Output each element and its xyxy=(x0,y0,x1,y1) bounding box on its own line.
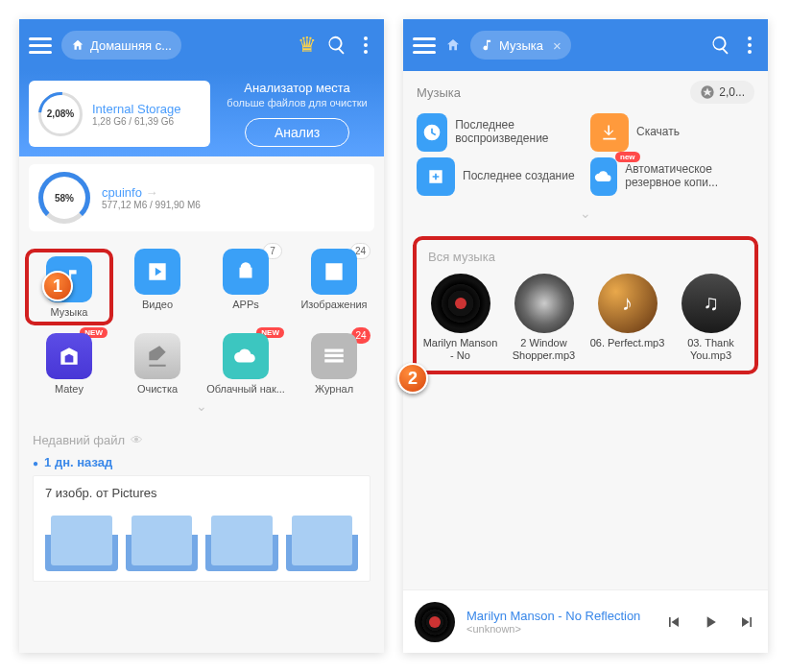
log-icon xyxy=(311,333,357,379)
more-icon[interactable] xyxy=(357,36,374,54)
tab-home[interactable]: Домашняя с... xyxy=(61,31,181,60)
music-note-icon xyxy=(480,38,493,52)
tab-home-label: Домашняя с... xyxy=(90,38,172,53)
image-icon xyxy=(311,249,357,295)
top-bar: Музыка × xyxy=(403,19,768,71)
storage-analysis-panel: 2,08% Internal Storage 1,28 G6 / 61,39 G… xyxy=(19,71,384,156)
sub-label: Музыка xyxy=(417,85,461,100)
search-icon[interactable] xyxy=(326,35,347,56)
tab-music-label: Музыка xyxy=(499,38,543,53)
search-icon[interactable] xyxy=(710,35,731,56)
category-video[interactable]: Видео xyxy=(113,249,202,325)
quick-recent-play[interactable]: Последнее воспроизведение xyxy=(417,113,581,152)
mini-player: Marilyn Manson - No Reflection <unknown> xyxy=(403,589,768,653)
add-icon xyxy=(417,157,455,196)
expand-chevron[interactable]: ⌄ xyxy=(19,398,384,420)
quick-download[interactable]: Скачать xyxy=(590,113,754,152)
recent-time: 1 дн. назад xyxy=(19,455,384,475)
menu-icon[interactable] xyxy=(413,37,436,54)
storage-ring: 2,08% xyxy=(38,92,83,136)
recent-card-title: 7 изобр. от Pictures xyxy=(45,486,358,500)
clock-icon xyxy=(417,113,447,152)
player-title: Marilyn Manson - No Reflection xyxy=(466,609,653,623)
video-icon xyxy=(134,249,180,295)
player-artist: <unknown> xyxy=(466,623,653,635)
android-icon xyxy=(223,249,269,295)
category-images[interactable]: 24 Изображения xyxy=(290,249,378,325)
analysis-heading: Анализатор места xyxy=(220,81,374,95)
sub-header: Музыка 2,0... xyxy=(403,71,768,113)
play-icon[interactable] xyxy=(701,612,720,632)
all-music-heading: Вся музыка xyxy=(420,248,751,274)
recent-thumbnails xyxy=(45,510,358,571)
recent-card[interactable]: 7 изобр. от Pictures xyxy=(33,475,371,582)
cpu-ring: 58% xyxy=(38,172,90,224)
player-info[interactable]: Marilyn Manson - No Reflection <unknown> xyxy=(466,609,653,635)
home-icon[interactable] xyxy=(445,37,461,53)
thumb[interactable] xyxy=(205,510,278,571)
cloud-icon xyxy=(223,333,269,379)
callout-1: 1 xyxy=(42,271,73,301)
track-item[interactable]: ♫ 03. Thank You.mp3 xyxy=(671,274,751,361)
more-icon[interactable] xyxy=(741,36,758,54)
cpu-usage: 577,12 М6 / 991,90 М6 xyxy=(102,200,201,210)
cpuinfo-card[interactable]: 58% cpuinfo → 577,12 М6 / 991,90 М6 xyxy=(29,164,374,231)
track-item[interactable]: Marilyn Manson - No xyxy=(420,274,500,361)
album-art: ♪ xyxy=(598,274,658,333)
top-bar: Домашняя с... ♛ xyxy=(19,19,384,71)
category-cloud[interactable]: NEW Облачный нак... xyxy=(202,333,290,395)
category-apps[interactable]: 7 APPs xyxy=(202,249,290,325)
callout-2: 2 xyxy=(397,363,428,394)
prev-icon[interactable] xyxy=(664,612,683,632)
category-matey[interactable]: NEW Matey xyxy=(25,333,113,395)
tab-music[interactable]: Музыка × xyxy=(470,31,571,60)
menu-icon[interactable] xyxy=(29,37,52,54)
recent-section-label: Недавний файл 👁 xyxy=(19,420,384,455)
player-art[interactable] xyxy=(415,602,455,642)
matey-icon xyxy=(46,333,92,379)
thumb[interactable] xyxy=(286,510,359,571)
analysis-sub: больше файлов для очистки xyxy=(220,97,374,108)
new-badge: new xyxy=(615,152,640,162)
home-icon xyxy=(71,38,84,52)
album-art: ♫ xyxy=(681,274,741,333)
premium-icon[interactable]: ♛ xyxy=(298,33,317,58)
category-log[interactable]: 24 Журнал xyxy=(290,333,378,395)
internal-storage-card[interactable]: 2,08% Internal Storage 1,28 G6 / 61,39 G… xyxy=(29,81,210,147)
thumb[interactable] xyxy=(126,510,199,571)
track-name: 2 Window Shopper.mp3 xyxy=(504,337,584,361)
next-icon[interactable] xyxy=(737,612,756,632)
storage-usage: 1,28 G6 / 61,39 G6 xyxy=(92,116,181,127)
analysis-button[interactable]: Анализ xyxy=(245,118,349,147)
download-icon xyxy=(590,113,629,152)
track-item[interactable]: ♪ 06. Perfect.mp3 xyxy=(587,274,667,361)
quick-backup[interactable]: new Автоматическое резервное копи... xyxy=(590,157,754,196)
cpu-name: cpuinfo → xyxy=(102,185,201,200)
all-music-section: Вся музыка Marilyn Manson - No 2 Window … xyxy=(413,236,758,374)
album-art xyxy=(431,274,490,333)
music-screen: Музыка × Музыка 2,0... Последнее воспрои… xyxy=(403,19,768,653)
analysis-block: Анализатор места больше файлов для очист… xyxy=(220,81,374,147)
track-item[interactable]: 2 Window Shopper.mp3 xyxy=(504,274,584,361)
brush-icon xyxy=(134,333,180,379)
quick-actions: Последнее воспроизведение Скачать Послед… xyxy=(403,113,768,205)
storage-name: Internal Storage xyxy=(92,102,181,116)
quick-recent-create[interactable]: Последнее создание xyxy=(417,157,581,196)
track-name: Marilyn Manson - No xyxy=(420,337,500,361)
size-pill[interactable]: 2,0... xyxy=(690,81,754,104)
category-clean[interactable]: Очистка xyxy=(113,333,202,395)
category-grid: Музыка Видео 7 APPs 24 Изображения NEW M… xyxy=(19,231,384,398)
cloud-sync-icon xyxy=(590,157,617,196)
category-music-label: Музыка xyxy=(51,306,88,318)
track-name: 03. Thank You.mp3 xyxy=(671,337,751,361)
close-tab-icon[interactable]: × xyxy=(553,37,562,54)
expand-chevron[interactable]: ⌄ xyxy=(403,205,768,227)
track-grid: Marilyn Manson - No 2 Window Shopper.mp3… xyxy=(420,274,751,361)
thumb[interactable] xyxy=(45,510,118,571)
album-art xyxy=(514,274,574,333)
home-screen: Домашняя с... ♛ 2,08% Internal Storage 1… xyxy=(19,19,384,653)
track-name: 06. Perfect.mp3 xyxy=(590,337,665,349)
